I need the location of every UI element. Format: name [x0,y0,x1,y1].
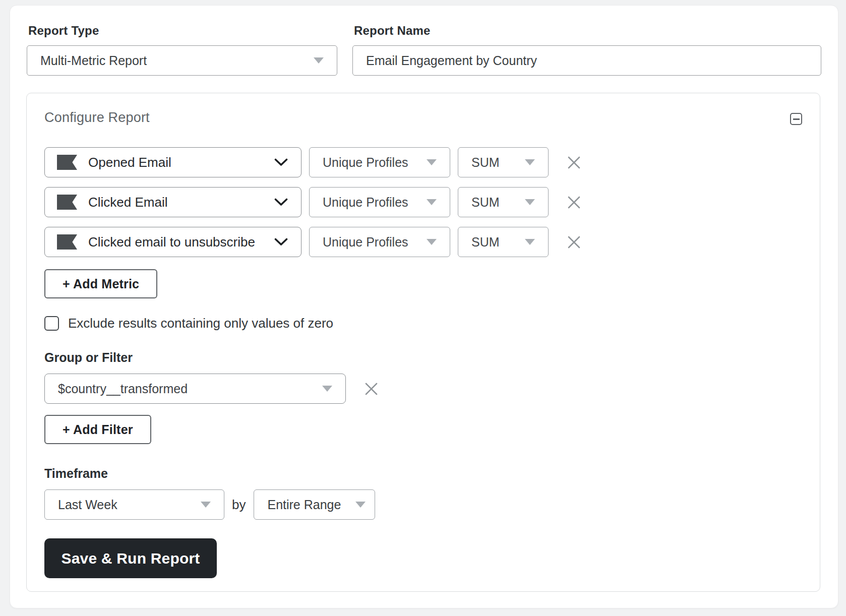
caret-down-icon [427,159,437,165]
aggregation-select[interactable]: SUM [458,147,549,177]
caret-down-icon [201,502,211,508]
metric-row: Clicked email to unsubscribe Unique Prof… [44,227,802,257]
aggregation-select[interactable]: SUM [458,187,549,217]
metric-name: Clicked Email [88,195,274,210]
flag-icon [57,234,77,250]
add-metric-button[interactable]: + Add Metric [44,269,157,298]
remove-metric-button[interactable] [564,152,584,172]
caret-down-icon [322,386,332,392]
aggregation-value: SUM [471,195,500,210]
report-header-row: Report Type Multi-Metric Report Report N… [10,6,838,76]
metric-name: Clicked email to unsubscribe [88,234,274,250]
collapse-section-button[interactable] [790,113,802,125]
flag-icon [57,195,77,210]
configure-report-card: Configure Report Opened Email Unique Pro… [26,93,820,592]
metric-select[interactable]: Opened Email [44,147,301,177]
configure-report-title: Configure Report [44,110,150,126]
remove-metric-button[interactable] [564,232,584,252]
timeframe-interval-value: Entire Range [267,498,341,512]
metric-name: Opened Email [88,155,274,170]
metric-select[interactable]: Clicked email to unsubscribe [44,227,301,257]
add-filter-button[interactable]: + Add Filter [44,415,151,444]
x-icon [567,156,581,169]
remove-filter-button[interactable] [361,379,381,399]
group-filter-select[interactable]: $country__transformed [44,374,346,404]
caret-down-icon [314,57,324,64]
aggregation-value: SUM [471,235,500,250]
report-type-value: Multi-Metric Report [40,53,147,68]
metric-select[interactable]: Clicked Email [44,187,301,217]
measurement-select[interactable]: Unique Profiles [309,187,450,217]
x-icon [567,196,581,209]
measurement-select[interactable]: Unique Profiles [309,147,450,177]
exclude-zero-checkbox[interactable] [44,316,59,331]
exclude-zero-label: Exclude results containing only values o… [68,316,333,331]
save-run-report-button[interactable]: Save & Run Report [44,538,217,578]
remove-metric-button[interactable] [564,192,584,212]
aggregation-value: SUM [471,155,500,170]
measurement-value: Unique Profiles [323,195,408,210]
timeframe-value: Last Week [58,498,117,512]
metric-rows: Opened Email Unique Profiles SUM [44,147,802,257]
timeframe-select[interactable]: Last Week [44,489,224,520]
group-filter-value: $country__transformed [58,382,188,396]
caret-down-icon [427,239,437,245]
timeframe-label: Timeframe [44,466,802,481]
aggregation-select[interactable]: SUM [458,227,549,257]
caret-down-icon [525,239,535,245]
report-name-input[interactable] [352,45,821,76]
x-icon [365,382,378,396]
measurement-value: Unique Profiles [323,155,408,170]
report-type-label: Report Type [28,24,337,38]
report-builder-panel: Report Type Multi-Metric Report Report N… [10,5,838,608]
measurement-value: Unique Profiles [323,235,408,250]
measurement-select[interactable]: Unique Profiles [309,227,450,257]
metric-row: Opened Email Unique Profiles SUM [44,147,802,177]
caret-down-icon [355,502,366,508]
caret-down-icon [427,199,437,205]
metric-row: Clicked Email Unique Profiles SUM [44,187,802,217]
caret-down-icon [525,199,535,205]
timeframe-by-text: by [232,497,246,513]
caret-down-icon [525,159,535,165]
chevron-down-icon [274,238,288,246]
report-type-select[interactable]: Multi-Metric Report [27,45,337,76]
flag-icon [57,155,77,170]
timeframe-interval-select[interactable]: Entire Range [254,489,375,520]
report-name-label: Report Name [354,24,821,38]
x-icon [567,235,581,249]
chevron-down-icon [274,198,288,206]
chevron-down-icon [274,158,288,166]
group-or-filter-label: Group or Filter [44,350,802,365]
